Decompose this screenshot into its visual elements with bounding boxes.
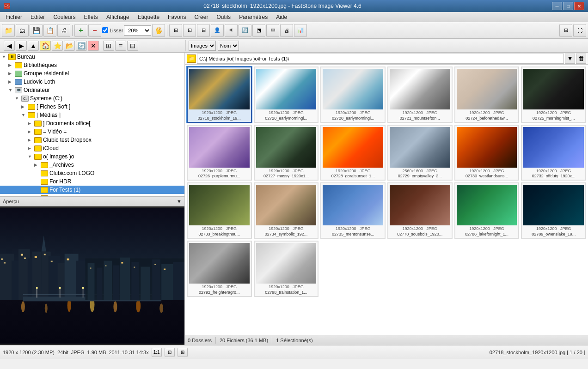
thumbnail-item[interactable]: 1920x1200 JPEG 02727_mossy_1920x1... [254,125,319,181]
nav-home-button[interactable]: 🏠 [40,41,51,51]
lisser-checkbox[interactable]: Lisser [102,27,123,33]
zoom-out-button[interactable]: − [88,24,101,37]
tree-item-biblio[interactable]: ▶ Bibliothèques [0,61,184,69]
tree-item-clubiclogo[interactable]: Clubic.com LOGO [0,169,184,177]
thumbnail-item[interactable]: 1920x1200 JPEG 02725_morningmist_... [521,67,586,123]
menu-couleurs[interactable]: Couleurs [49,13,79,21]
thumbnail-item[interactable]: 1920x1200 JPEG 02733_breakingthou... [187,182,252,239]
menu-fichier[interactable]: Fichier [2,13,26,21]
maximize-button[interactable]: □ [563,2,573,10]
tree-item-forhdr[interactable]: For HDR [0,177,184,186]
thumbnail-item[interactable]: 1920x1200 JPEG 02789_owenslake_19... [521,182,586,239]
menu-parametres[interactable]: Paramètres [235,13,271,21]
info-rotate-button[interactable]: ⊞ [178,348,188,357]
copy-button[interactable]: 📋 [43,24,56,37]
thumbnail-item[interactable]: 1920x1200 JPEG 02732_offduty_1920x... [521,125,586,181]
tree-item-images[interactable]: ▼ o( Images )o [0,152,184,161]
print-button[interactable]: 🖨 [57,24,70,37]
nav-grid1-button[interactable]: ⊞ [103,41,114,51]
tree-item-systeme[interactable]: ▼ C: Systeme (C:) [0,94,184,103]
thumbnail-image [323,69,383,109]
thumbnail-name: 02721_mountsefton... [390,116,450,121]
tree-item-archives[interactable]: ▶ _Archives [0,161,184,169]
tree-item-fortests1[interactable]: For Tests (1) [0,186,184,194]
tool8-button[interactable]: ✉ [266,24,279,37]
close-button[interactable]: ✕ [574,2,584,10]
address-input[interactable] [197,54,564,64]
zoom-mode-button[interactable]: 🖐 [152,24,165,37]
nav-forward-button[interactable]: ▶ [16,41,27,51]
minimize-button[interactable]: ─ [552,2,562,10]
nav-delete-button[interactable]: ✕ [88,41,99,51]
thumbnail-item[interactable]: 1920x1200 JPEG 02720_earlymorningi... [254,67,319,123]
tool10-button[interactable]: 📊 [294,24,307,37]
nav-opendir-button[interactable]: 📂 [64,41,75,51]
nav-refresh-button[interactable]: 🔄 [76,41,87,51]
thumbnail-item[interactable]: 1920x1200 JPEG 02786_lakefornight_1... [454,182,520,239]
thumbnail-item[interactable]: 1920x1200 JPEG 02734_symbolic_192... [254,182,319,239]
address-clear-button[interactable]: 🗑 [576,54,586,64]
svg-rect-13 [4,262,6,264]
nav-grid2-button[interactable]: ≡ [115,41,126,51]
thumbnail-dims: 1920x1200 JPEG [269,169,304,174]
tree-item-icloud[interactable]: ▶ iCloud [0,144,184,152]
zoom-select[interactable]: 20% 10% 50% 100% [124,25,151,36]
address-dropdown-button[interactable]: ▼ [565,54,575,64]
info-scale-button[interactable]: 1:1 [152,348,162,357]
tool9-button[interactable]: 🖨 [280,24,293,37]
thumbnail-item[interactable]: 1920x1200 JPEG 02730_westlandsuns... [454,125,520,181]
menu-etiquette[interactable]: Etiquette [134,13,163,21]
nav-back-button[interactable]: ◀ [4,41,15,51]
tool3-button[interactable]: ⊟ [197,24,210,37]
thumbnail-item[interactable]: 1920x1200 JPEG 02778_sousbois_1920... [387,182,453,239]
save-button[interactable]: 💾 [30,24,43,37]
fullscreen-button[interactable]: ⛶ [573,24,586,37]
tree-item-video[interactable]: ▶ = Vidéo = [0,127,184,136]
menu-outils[interactable]: Outils [213,13,234,21]
nav-grid3-button[interactable]: ⊟ [127,41,138,51]
thumbnail-item[interactable]: 1920x1200 JPEG 02798_trainstation_1... [254,241,319,297]
tool7-button[interactable]: ⬔ [252,24,265,37]
sort-select[interactable]: Nom [218,41,239,51]
thumbnail-item[interactable]: 1920x1200 JPEG 02718_stockholm_19... [187,67,252,123]
thumbnail-item[interactable]: 1920x1200 JPEG 02720_earlymorningi... [320,67,386,123]
nav-up-button[interactable]: ▲ [28,41,39,51]
tool2-button[interactable]: ⊡ [183,24,196,37]
menu-editer[interactable]: Editer [27,13,49,21]
tree-item-groupe[interactable]: ▶ Groupe résidentiel [0,69,184,78]
tool6-button[interactable]: 🔄 [239,24,251,37]
thumbnail-item[interactable]: 1920x1200 JPEG 02728_goraisunset_1... [320,125,386,181]
tree-item-ordinateur[interactable]: ▼ 💻 Ordinateur [0,86,184,94]
tree-item-ludovic[interactable]: ▶ Ludovic Loth [0,78,184,86]
menu-affichage[interactable]: Affichage [103,13,133,21]
svg-point-33 [59,287,61,289]
thumbnail-item[interactable]: 1920x1200 JPEG 02735_mentonsunse... [320,182,386,239]
tree-item-medias[interactable]: ▼ [ Médias ] [0,111,184,119]
tree-item-docsoffice[interactable]: ▶ ] Documents office[ [0,119,184,127]
tool5-button[interactable]: ☀ [225,24,238,37]
menu-favoris[interactable]: Favoris [164,13,190,21]
grid-view-button[interactable]: ⊞ [559,24,572,37]
nav-fav-button[interactable]: ⭐ [52,41,63,51]
thumbnail-item[interactable]: 1920x1200 JPEG 02721_mountsefton... [387,67,453,123]
open-file-button[interactable]: 🗂 [16,24,29,37]
view-select[interactable]: Images [189,41,216,51]
thumbnail-item[interactable]: 1920x1200 JPEG 02792_freighteragro... [187,241,252,297]
thumbnail-item[interactable]: 1920x1200 JPEG 02726_purplemurmu... [187,125,252,181]
tool4-button[interactable]: 👤 [211,24,224,37]
thumbnail-item[interactable]: 2560x1600 JPEG 02729_emptyvalley_2... [387,125,453,181]
tree-item-fichessoft[interactable]: ▶ [ Fiches Soft ] [0,103,184,111]
thumbnail-name: 02729_emptyvalley_2... [390,174,450,178]
open-folder-button[interactable]: 📁 [2,24,15,37]
tool1-button[interactable]: ⊞ [169,24,182,37]
thumbnail-item[interactable]: 1920x1200 JPEG 02724_beforethedaw... [454,67,520,123]
preview-dropdown-icon[interactable]: ▼ [177,199,182,204]
info-fit-button[interactable]: ⊡ [165,348,175,357]
status-folders: 0 Dossiers [188,338,212,343]
menu-creer[interactable]: Créer [190,13,212,21]
menu-effets[interactable]: Effets [80,13,101,21]
zoom-in-button[interactable]: + [74,24,87,37]
menu-aide[interactable]: Aide [272,13,291,21]
tree-item-clubictest[interactable]: ▶ Clubic test Dropbox [0,136,184,144]
tree-item-bureau[interactable]: ▼ 🖥 Bureau [0,53,184,61]
